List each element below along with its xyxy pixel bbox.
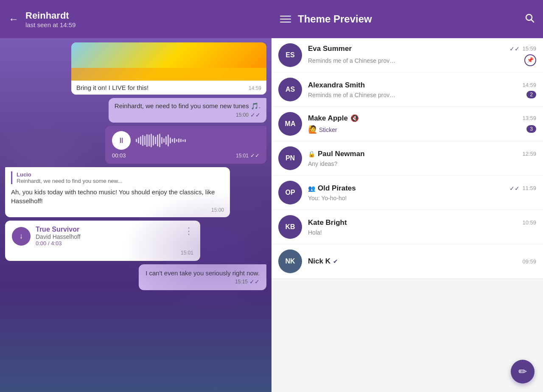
wave-bar <box>182 140 184 142</box>
wave-bar <box>172 139 173 142</box>
mute-icon: 🔇 <box>350 114 359 122</box>
search-button[interactable] <box>524 13 535 25</box>
wave-bar <box>168 134 169 146</box>
chat-list-container: ES Eva Summer ✓✓ 15:59 Reminds me of a C… <box>272 38 543 392</box>
download-button[interactable]: ↓ <box>12 227 31 246</box>
message-footer: 15:15 ✓✓ <box>146 278 260 285</box>
unread-badge: 2 <box>526 91 536 98</box>
image-caption: Bring it on! I LIVE for this! <box>76 84 148 91</box>
music-menu-button[interactable]: ⋮ <box>184 226 193 237</box>
svg-line-1 <box>532 20 534 22</box>
music-message: ↓ True Survivor David Hasselhoff 0:00 / … <box>5 221 200 261</box>
group-icon: 👥 <box>308 185 315 192</box>
wave-bar <box>155 137 156 144</box>
message-time: 15:00 <box>236 112 249 118</box>
chat-item-eva[interactable]: ES Eva Summer ✓✓ 15:59 Reminds me of a C… <box>272 38 543 73</box>
chat-name: Old Pirates <box>318 184 356 193</box>
wave-bar <box>153 135 154 146</box>
chat-time: 14:59 <box>522 82 536 88</box>
avatar-kate-bright: KB <box>278 215 302 239</box>
chat-bottom: 🙋 Sticker 3 <box>308 124 536 134</box>
wave-bar <box>136 139 137 142</box>
chat-meta: ✓✓ 15:59 <box>509 45 536 52</box>
message-text: Reinhardt, we need to find you some new … <box>115 102 260 110</box>
pause-icon: ⏸ <box>118 136 125 145</box>
chat-preview: Hola! <box>308 229 322 236</box>
chat-name-row: Make Apple 🔇 <box>308 114 359 123</box>
message-ticks: ✓✓ <box>249 278 260 285</box>
voice-footer: 00:03 15:01 ✓✓ <box>112 152 260 159</box>
chat-bottom: Reminds me of a Chinese prov… 📌 <box>308 54 536 66</box>
chat-top: 👥 Old Pirates ✓✓ 11:59 <box>308 184 536 193</box>
chat-item-alexandra[interactable]: AS Alexandra Smith 14:59 Reminds me of a… <box>272 73 543 107</box>
contact-status: last seen at 14:59 <box>25 21 263 28</box>
voice-controls: ⏸ <box>112 131 260 150</box>
wave-bar <box>146 134 148 147</box>
menu-button[interactable] <box>280 16 291 22</box>
message-time: 15:00 <box>211 207 224 213</box>
wave-bar <box>144 136 146 145</box>
image-caption-row: Bring it on! I LIVE for this! 14:59 <box>71 81 266 95</box>
message-text: Ah, you kids today with techno music! Yo… <box>11 188 224 205</box>
avatar-paul-newman: PN <box>278 146 302 170</box>
chat-time: 13:59 <box>522 115 536 121</box>
back-button[interactable]: ← <box>8 13 19 25</box>
wave-bar <box>165 136 167 145</box>
chat-content-eva: Eva Summer ✓✓ 15:59 Reminds me of a Chin… <box>308 45 536 66</box>
quote-author: Lucio <box>17 171 224 178</box>
wave-bar <box>159 134 160 147</box>
outgoing-text-2: I can't even take you seriously right no… <box>139 264 266 290</box>
message-time: 15:15 <box>235 279 248 285</box>
you-prefix: You: <box>308 195 321 202</box>
chat-bottom: You: Yo-ho-ho! <box>308 194 536 202</box>
chat-content-kate-bright: Kate Bright 10:59 Hola! <box>308 218 536 236</box>
chat-bottom: Reminds me of a Chinese prov… 2 <box>308 91 536 98</box>
chat-item-old-pirates[interactable]: OP 👥 Old Pirates ✓✓ 11:59 <box>272 176 543 210</box>
chat-item-kate-bright[interactable]: KB Kate Bright 10:59 Hola! <box>272 210 543 244</box>
chat-preview: Reminds me of a Chinese prov… <box>308 57 395 64</box>
chat-item-make-apple[interactable]: MA Make Apple 🔇 13:59 🙋 Sticker <box>272 107 543 141</box>
chat-panel: ← Reinhardt last seen at 14:59 Bring it … <box>0 0 272 392</box>
wave-bar <box>185 139 186 142</box>
voice-ticks: ✓✓ <box>250 152 260 159</box>
wave-bar <box>148 134 150 146</box>
chat-name: Make Apple <box>308 114 348 123</box>
message-quote: Lucio Reinhardt, we need to find you som… <box>11 171 224 184</box>
message-footer: 15:00 ✓✓ <box>115 112 260 118</box>
wave-bar <box>151 134 152 147</box>
chat-name-row: 👥 Old Pirates <box>308 184 356 193</box>
chat-content-alexandra: Alexandra Smith 14:59 Reminds me of a Ch… <box>308 81 536 98</box>
chat-item-nick-k[interactable]: NK Nick K ✔ 09:59 <box>272 244 543 279</box>
outgoing-text-1: Reinhardt, we need to find you some new … <box>109 98 266 123</box>
voice-message: ⏸ <box>105 126 266 164</box>
chat-name: Eva Summer <box>308 45 352 53</box>
quote-text: Reinhardt, we need to find you some new.… <box>17 178 224 184</box>
avatar-nick-k: NK <box>278 249 302 273</box>
waveform <box>136 134 260 147</box>
chat-item-paul-newman[interactable]: PN 🔒 Paul Newman 12:59 Any ideas? <box>272 141 543 176</box>
wave-bar <box>140 136 141 145</box>
avatar-alexandra: AS <box>278 78 302 101</box>
voice-duration: 00:03 <box>112 152 126 159</box>
chat-name-row: Nick K ✔ <box>308 257 338 266</box>
sticker-label: Sticker <box>319 126 337 133</box>
voice-time-row: 15:01 ✓✓ <box>236 152 260 159</box>
contact-info: Reinhardt last seen at 14:59 <box>25 10 263 28</box>
wave-bar <box>178 138 179 143</box>
lock-icon: 🔒 <box>308 151 315 157</box>
voice-pause-button[interactable]: ⏸ <box>112 131 131 150</box>
read-ticks: ✓✓ <box>509 185 520 192</box>
wave-bar <box>174 138 175 143</box>
compose-button[interactable]: ✏ <box>511 360 535 384</box>
chat-preview: Reminds me of a Chinese prov… <box>308 92 395 98</box>
theme-header: Theme Preview <box>272 0 543 38</box>
theme-preview-panel: Theme Preview ES Eva Summer ✓✓ 15:59 <box>272 0 543 392</box>
music-artist: David Hasselhoff <box>36 233 81 240</box>
hamburger-line <box>280 16 291 17</box>
avatar-make-apple: MA <box>278 112 302 136</box>
music-time: 15:01 <box>181 250 193 256</box>
wave-bar <box>157 134 158 146</box>
chat-content-make-apple: Make Apple 🔇 13:59 🙋 Sticker 3 <box>308 114 536 134</box>
chat-meta: ✓✓ 11:59 <box>509 185 536 192</box>
music-info: True Survivor David Hasselhoff 0:00 / 4:… <box>36 226 81 246</box>
